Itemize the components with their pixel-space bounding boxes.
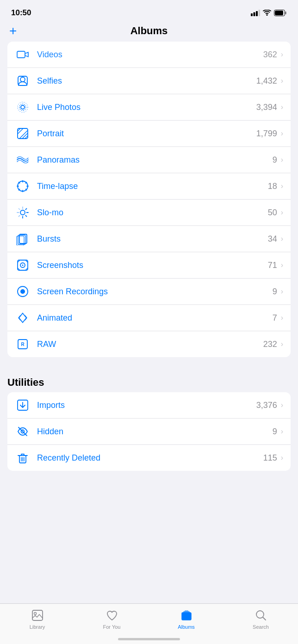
list-item[interactable]: Slo-mo 50 › xyxy=(7,200,291,226)
list-item[interactable]: Screen Recordings 9 › xyxy=(7,279,291,305)
tab-for-you[interactable]: For You xyxy=(74,608,149,630)
list-item[interactable]: Time-lapse 18 › xyxy=(7,173,291,200)
add-album-button[interactable]: + xyxy=(9,24,17,37)
tab-library[interactable]: Library xyxy=(0,608,74,630)
battery-icon xyxy=(274,10,287,16)
list-item[interactable]: Selfies 1,432 › xyxy=(7,68,291,94)
svg-point-11 xyxy=(21,105,25,109)
slomo-icon xyxy=(15,205,31,220)
svg-line-32 xyxy=(19,215,20,216)
list-item[interactable]: Live Photos 3,394 › xyxy=(7,94,291,121)
for-you-tab-icon xyxy=(105,608,119,622)
item-count: 9 xyxy=(273,427,277,437)
item-count: 18 xyxy=(268,182,277,191)
screen-recording-icon xyxy=(15,284,31,299)
item-name: Hidden xyxy=(37,427,273,437)
signal-icon xyxy=(251,10,260,16)
portrait-icon xyxy=(15,126,31,141)
screenshot-icon xyxy=(15,257,31,273)
list-item[interactable]: Bursts 34 › xyxy=(7,226,291,252)
svg-rect-8 xyxy=(17,51,25,58)
status-icons xyxy=(251,10,287,16)
home-indicator xyxy=(118,638,180,640)
svg-point-4 xyxy=(267,14,268,16)
svg-rect-6 xyxy=(285,12,286,14)
item-name: Live Photos xyxy=(37,103,256,112)
chevron-icon: › xyxy=(281,103,283,111)
item-count: 50 xyxy=(268,208,277,218)
svg-rect-0 xyxy=(251,13,253,16)
item-count: 71 xyxy=(268,261,277,270)
svg-text:R: R xyxy=(21,342,25,347)
tab-label: Search xyxy=(253,624,269,630)
svg-rect-1 xyxy=(254,12,255,17)
svg-point-58 xyxy=(256,611,264,618)
list-item[interactable]: R RAW 232 › xyxy=(7,331,291,357)
utilities-section-header: Utilities xyxy=(0,368,298,392)
svg-rect-3 xyxy=(259,10,261,16)
item-count: 9 xyxy=(273,287,277,297)
item-count: 9 xyxy=(273,155,277,165)
item-count: 7 xyxy=(273,313,277,323)
wifi-icon xyxy=(263,10,271,16)
svg-line-30 xyxy=(25,215,26,216)
svg-point-53 xyxy=(34,613,36,615)
list-item[interactable]: Panoramas 9 › xyxy=(7,147,291,173)
chevron-icon: › xyxy=(281,50,283,59)
item-name: Slo-mo xyxy=(37,208,268,218)
item-name: Animated xyxy=(37,313,273,323)
item-count: 3,394 xyxy=(256,103,277,112)
svg-rect-52 xyxy=(32,610,43,620)
item-count: 115 xyxy=(263,453,277,463)
item-count: 362 xyxy=(263,50,277,60)
chevron-icon: › xyxy=(281,129,283,138)
chevron-icon: › xyxy=(281,208,283,217)
tab-label: Library xyxy=(30,624,45,630)
library-tab-icon xyxy=(31,608,44,622)
item-count: 1,799 xyxy=(256,129,277,139)
item-count: 3,376 xyxy=(256,401,277,410)
tab-label: Albums xyxy=(178,624,195,630)
svg-point-24 xyxy=(20,210,25,215)
chevron-icon: › xyxy=(281,314,283,322)
status-bar: 10:50 xyxy=(0,0,298,23)
list-item[interactable]: Hidden 9 › xyxy=(7,419,291,445)
list-item[interactable]: Screenshots 71 › xyxy=(7,252,291,279)
page-title: Albums xyxy=(130,25,168,37)
chevron-icon: › xyxy=(281,182,283,190)
item-name: Selfies xyxy=(37,76,256,86)
tab-albums[interactable]: Albums xyxy=(149,608,224,630)
hidden-icon xyxy=(15,424,31,439)
svg-rect-10 xyxy=(18,76,27,85)
tab-search[interactable]: Search xyxy=(224,608,298,630)
item-name: Recently Deleted xyxy=(37,453,263,463)
list-item[interactable]: Recently Deleted 115 › xyxy=(7,445,291,471)
svg-point-9 xyxy=(20,77,25,82)
media-types-list: Videos 362 › Selfies 1,432 › xyxy=(7,42,291,357)
item-name: RAW xyxy=(37,340,263,349)
tab-label: For You xyxy=(103,624,121,630)
chevron-icon: › xyxy=(281,235,283,243)
chevron-icon: › xyxy=(281,287,283,296)
item-name: Panoramas xyxy=(37,155,273,165)
raw-icon: R xyxy=(15,336,31,352)
chevron-icon: › xyxy=(281,77,283,85)
search-tab-icon xyxy=(254,608,268,622)
list-item[interactable]: Portrait 1,799 › xyxy=(7,121,291,147)
list-item[interactable]: Animated 7 › xyxy=(7,305,291,331)
chevron-icon: › xyxy=(281,427,283,436)
timelapse-icon xyxy=(15,178,31,194)
svg-point-40 xyxy=(20,289,25,294)
list-item[interactable]: Imports 3,376 › xyxy=(7,392,291,419)
svg-line-59 xyxy=(263,618,266,620)
item-name: Screen Recordings xyxy=(37,287,273,297)
item-name: Imports xyxy=(37,401,256,410)
status-time: 10:50 xyxy=(11,8,31,18)
svg-point-38 xyxy=(22,265,24,266)
svg-rect-57 xyxy=(185,610,188,612)
svg-rect-7 xyxy=(275,11,283,15)
albums-tab-icon xyxy=(180,608,193,622)
chevron-icon: › xyxy=(281,261,283,269)
list-item[interactable]: Videos 362 › xyxy=(7,42,291,68)
header: + Albums xyxy=(0,23,298,42)
